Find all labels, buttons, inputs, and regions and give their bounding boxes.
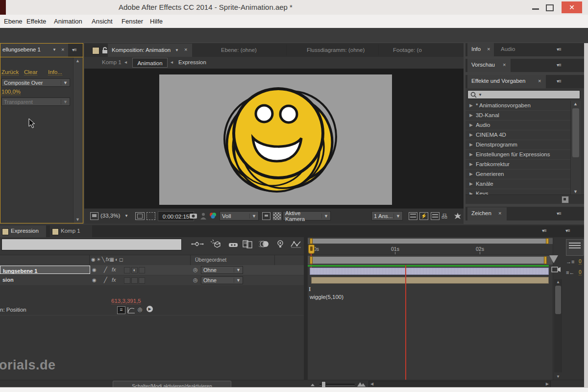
graph-editor-icon[interactable]: [290, 240, 302, 248]
footage-tab[interactable]: Footage: (o: [393, 47, 422, 53]
effects-scrollbar[interactable]: ▲ ▼: [570, 101, 581, 195]
flowchart-tab[interactable]: Flussdiagramm: (ohne): [307, 47, 365, 53]
video-switch-icon[interactable]: ◉: [92, 267, 97, 272]
region-of-interest-icon[interactable]: [147, 212, 155, 220]
expand-icon[interactable]: ▶: [469, 101, 473, 110]
breadcrumb-expression[interactable]: Expression: [178, 59, 206, 65]
effects-category[interactable]: ▶3D-Kanal: [466, 111, 570, 121]
parent-column-header[interactable]: Übergeordnet: [195, 257, 226, 263]
zeichen-tab[interactable]: Zeichen ×: [467, 207, 507, 220]
effects-category[interactable]: ▶Farbkorrektur: [466, 160, 570, 170]
breadcrumb-komp1[interactable]: Komp 1: [102, 59, 122, 65]
draft-3d-icon[interactable]: [210, 239, 220, 249]
timecode-field[interactable]: 0:00:02:15: [158, 211, 194, 221]
pixel-aspect-icon[interactable]: [409, 212, 417, 220]
panel-menu-icon[interactable]: ▾≡: [557, 211, 561, 216]
work-area-start-handle[interactable]: [310, 238, 313, 244]
expand-icon[interactable]: ▶: [469, 121, 473, 130]
close-tab-icon[interactable]: ×: [184, 47, 187, 52]
timeline-tab-expression[interactable]: Expression: [0, 225, 46, 237]
effects-category[interactable]: ▶Einstellungen für Expressions: [466, 150, 570, 160]
zoom-out-mountain-icon[interactable]: [310, 382, 317, 387]
comp-marker-bin-icon[interactable]: [549, 255, 558, 263]
opacity-value[interactable]: 100,0%: [1, 89, 21, 95]
viewer-area[interactable]: [84, 69, 464, 208]
expand-icon[interactable]: ▶: [469, 130, 473, 140]
effects-category[interactable]: ▶Generieren: [466, 170, 570, 179]
parent-pickwhip-icon[interactable]: ◎: [193, 277, 198, 283]
timeline-vscrollbar[interactable]: ▲: [554, 279, 562, 372]
video-switch-icon[interactable]: ◉: [92, 277, 97, 283]
timeline-zoom-slider[interactable]: [319, 384, 355, 386]
effects-category[interactable]: ▶Dienstprogramm: [466, 140, 570, 150]
safe-margins-icon[interactable]: [135, 212, 145, 220]
navigator-start-handle[interactable]: [310, 256, 313, 264]
maximize-button[interactable]: [546, 4, 554, 11]
close-tab-icon[interactable]: ×: [487, 46, 490, 52]
shy-icon[interactable]: [228, 241, 238, 248]
minimize-button[interactable]: [532, 8, 539, 10]
snapshot-camera-icon[interactable]: [189, 212, 198, 220]
expand-in-icon[interactable]: →≡: [566, 259, 574, 265]
effects-category[interactable]: ▶CINEMA 4D: [466, 130, 570, 140]
expand-icon[interactable]: ▶: [469, 160, 473, 169]
magnification-value[interactable]: (33,3%): [100, 213, 120, 219]
position-property-label[interactable]: n: Position: [0, 307, 26, 313]
expand-icon[interactable]: ▶: [469, 111, 473, 120]
current-time-indicator[interactable]: [308, 245, 315, 254]
menu-ebene[interactable]: Ebene: [4, 18, 23, 25]
expression-pickwhip-icon[interactable]: ◎: [138, 306, 143, 313]
reset-exposure-icon[interactable]: [453, 212, 462, 220]
scrollbar-thumb[interactable]: [572, 108, 579, 157]
info-link[interactable]: Info...: [48, 69, 62, 75]
show-channel-icon[interactable]: [209, 212, 218, 221]
switch-box[interactable]: [124, 267, 130, 273]
effect-controls-tab[interactable]: ellungsebene 1 ▼ ×: [0, 44, 68, 57]
menu-animation[interactable]: Animation: [54, 18, 82, 25]
frame-blend-icon[interactable]: [242, 239, 254, 249]
fast-preview-icon[interactable]: ⚡: [419, 212, 428, 220]
new-folder-icon[interactable]: [562, 196, 569, 203]
expression-text[interactable]: wiggle(5,100): [310, 294, 343, 300]
layer2-parent-select[interactable]: Ohne▼: [201, 276, 243, 284]
info-tab[interactable]: Info ×: [467, 43, 494, 56]
effects-category[interactable]: ▶Audio: [466, 121, 570, 130]
expand-out-icon[interactable]: ≡←: [566, 270, 574, 275]
comp-mini-flowchart-icon[interactable]: [191, 240, 204, 248]
close-tab-icon[interactable]: ×: [61, 47, 64, 52]
timeline-button-icon[interactable]: [431, 212, 440, 220]
work-area-bar[interactable]: [308, 238, 553, 244]
menu-hilfe[interactable]: Hilfe: [150, 18, 163, 25]
expand-icon[interactable]: ▶: [469, 150, 473, 159]
search-options-icon[interactable]: ▼: [478, 93, 482, 97]
vorschau-tab[interactable]: Vorschau ×: [467, 59, 511, 72]
reset-link[interactable]: Zurück: [1, 69, 19, 75]
close-tab-icon[interactable]: ×: [503, 62, 506, 68]
panel-menu-icon[interactable]: ▾≡: [557, 47, 561, 52]
timeline-switches-button[interactable]: [566, 239, 584, 256]
layer1-name-box[interactable]: lungsebene 1: [0, 266, 90, 274]
time-navigator[interactable]: [308, 256, 553, 265]
clear-link[interactable]: Clear: [24, 69, 37, 75]
close-tab-icon[interactable]: ×: [538, 78, 541, 84]
panel-menu-icon[interactable]: ▾≡: [542, 228, 546, 233]
layer2-name[interactable]: sion: [2, 277, 14, 283]
close-button[interactable]: ✕: [562, 1, 582, 13]
close-tab-icon[interactable]: ×: [498, 210, 501, 216]
flowchart-button-icon[interactable]: 品: [441, 212, 447, 220]
effects-presets-tab[interactable]: Effekte und Vorgaben ×: [467, 75, 546, 88]
effects-search-field[interactable]: ▼: [467, 90, 580, 99]
layer-row-1[interactable]: lungsebene 1 ◉ ╱ fx ◐ ◎ Ohne▼: [0, 265, 304, 275]
brainstorm-icon[interactable]: [275, 239, 285, 249]
expression-language-menu-icon[interactable]: ▶: [147, 306, 153, 312]
fx-badge-icon[interactable]: fx: [112, 267, 116, 272]
audio-tab[interactable]: Audio: [501, 46, 515, 52]
effects-category[interactable]: ▶* Animationsvorgaben: [466, 101, 570, 111]
scroll-up-icon[interactable]: ▲: [573, 101, 578, 106]
switch-box[interactable]: [124, 277, 130, 284]
navigator-end-handle[interactable]: [544, 256, 547, 264]
timeline-tab-komp1[interactable]: Komp 1: [50, 225, 92, 237]
layer2-duration-bar[interactable]: [311, 277, 549, 284]
switch-box[interactable]: [131, 277, 138, 284]
menu-fenster[interactable]: Fenster: [122, 18, 143, 25]
